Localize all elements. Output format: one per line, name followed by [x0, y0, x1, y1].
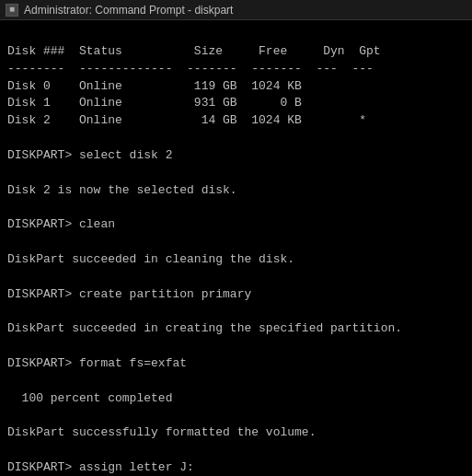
terminal-line: [7, 269, 465, 286]
window-icon: ■: [6, 4, 18, 17]
terminal-line: [7, 130, 465, 147]
terminal-line: DISKPART> assign letter J:: [7, 459, 465, 476]
terminal-line: [7, 408, 465, 425]
terminal-line: 100 percent completed: [7, 390, 465, 408]
terminal-line: DISKPART> clean: [7, 216, 465, 234]
terminal-line: -------- ------------- ------- ------- -…: [7, 61, 465, 78]
terminal-line: Disk 2 is now the selected disk.: [7, 182, 465, 200]
terminal-line: DiskPart successfully formatted the volu…: [7, 424, 465, 442]
terminal-line: [7, 304, 465, 321]
title-bar-text: Administrator: Command Prompt - diskpart: [24, 4, 233, 17]
terminal-line: DiskPart succeeded in cleaning the disk.: [7, 251, 465, 269]
terminal-line: [7, 338, 465, 355]
terminal-line: [7, 442, 465, 459]
terminal-line: Disk 0 Online 119 GB 1024 KB: [7, 78, 465, 96]
terminal-line: [7, 26, 465, 43]
terminal-line: [7, 234, 465, 251]
title-bar: ■ Administrator: Command Prompt - diskpa…: [0, 0, 472, 20]
terminal-line: DISKPART> format fs=exfat: [7, 355, 465, 373]
terminal-line: DiskPart succeeded in creating the speci…: [7, 320, 465, 338]
terminal-line: Disk 2 Online 14 GB 1024 KB *: [7, 112, 465, 130]
terminal-line: [7, 165, 465, 182]
terminal-line: DISKPART> select disk 2: [7, 147, 465, 165]
terminal-line: [7, 373, 465, 390]
terminal-line: DISKPART> create partition primary: [7, 286, 465, 304]
terminal-line: [7, 199, 465, 216]
terminal-line: Disk ### Status Size Free Dyn Gpt: [7, 43, 465, 61]
terminal-line: Disk 1 Online 931 GB 0 B: [7, 95, 465, 112]
terminal-window: Disk ### Status Size Free Dyn Gpt-------…: [0, 20, 472, 476]
